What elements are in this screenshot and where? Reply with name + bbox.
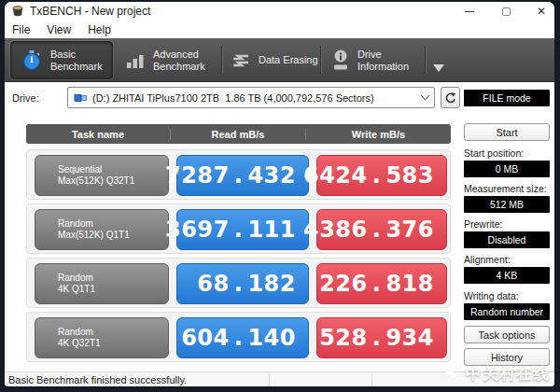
prewrite-label: Prewrite: <box>464 218 502 230</box>
alignment-label: Alignment: <box>464 254 511 265</box>
tab-label: AdvancedBenchmark <box>153 49 205 73</box>
read-result-value: 604.140 <box>176 317 309 358</box>
disk-drive-icon <box>74 92 88 104</box>
chevron-down-icon <box>421 91 430 101</box>
task-button-random-4k-q1t1[interactable]: Random 4K Q1T1 <box>35 263 169 304</box>
drive-info-icon <box>331 49 350 72</box>
tab-label: BasicBenchmark <box>50 49 103 73</box>
read-result-value: 3697.111 <box>176 209 309 250</box>
toolbar-divider <box>320 46 321 74</box>
column-header-read[interactable]: Read mB/s <box>170 129 306 140</box>
tab-label: DriveInformation <box>357 49 409 73</box>
status-divider <box>371 373 372 386</box>
status-bar: Basic Benchmark finished successfully. <box>5 371 554 386</box>
tab-basic-benchmark[interactable]: BasicBenchmark <box>10 41 113 79</box>
table-row: Random 4K Q32T1 604.140 528.934 <box>26 312 451 362</box>
table-row: Random 4K Q1T1 68.182 226.818 <box>26 258 451 308</box>
start-position-value[interactable]: 0 MB <box>464 161 550 177</box>
task-button-random-4k-q32t1[interactable]: Random 4K Q32T1 <box>35 317 169 358</box>
tab-label: Data Erasing <box>259 54 318 66</box>
table-row: Sequential Max(512K) Q32T1 7287.432 6424… <box>26 149 451 200</box>
toolbar-divider <box>425 46 426 74</box>
tab-advanced-benchmark[interactable]: AdvancedBenchmark <box>118 41 218 79</box>
status-divider <box>269 373 270 386</box>
write-result-value: 4386.376 <box>316 209 447 250</box>
app-window: TxBENCH - New project ✕ File View Help B… <box>5 2 554 386</box>
history-button[interactable]: History <box>464 348 550 366</box>
bar-chart-icon <box>125 51 146 70</box>
task-options-button[interactable]: Task options <box>464 326 550 343</box>
writing-data-label: Writing data: <box>464 290 519 301</box>
measurement-size-label: Measurement size: <box>464 183 547 194</box>
window-title: TxBENCH - New project <box>30 5 150 18</box>
writing-data-value[interactable]: Random number <box>464 303 550 320</box>
refresh-drive-button[interactable] <box>441 87 460 108</box>
app-icon <box>11 5 24 18</box>
alignment-value[interactable]: 4 KB <box>464 267 550 284</box>
column-header-task[interactable]: Task name <box>26 129 170 140</box>
chevron-down-icon[interactable] <box>433 64 444 72</box>
measurement-size-value[interactable]: 512 MB <box>464 196 550 213</box>
tab-drive-information[interactable]: DriveInformation <box>324 41 423 79</box>
start-button[interactable]: Start <box>464 123 550 141</box>
drive-label: Drive: <box>12 92 39 104</box>
menu-file[interactable]: File <box>5 21 38 38</box>
file-mode-button[interactable]: FILE mode <box>464 90 550 106</box>
drive-select[interactable]: (D:) ZHITAI TiPlus7100 2TB 1.86 TB (4,00… <box>67 87 435 108</box>
sidebar: FILE mode Start Start position: 0 MB Mea… <box>464 2 550 386</box>
task-button-random-max[interactable]: Random Max(512K) Q1T1 <box>35 209 169 250</box>
tab-data-erasing[interactable]: Data Erasing <box>225 41 318 79</box>
prewrite-value[interactable]: Disabled <box>464 231 550 248</box>
task-button-sequential-max[interactable]: Sequential Max(512K) Q32T1 <box>35 155 169 196</box>
write-result-value: 6424.583 <box>316 155 447 196</box>
table-header: Task name Read mB/s Write mB/s <box>26 124 451 144</box>
table-row: Random Max(512K) Q1T1 3697.111 4386.376 <box>26 203 451 254</box>
drive-value: (D:) ZHITAI TiPlus7100 2TB 1.86 TB (4,00… <box>92 92 422 104</box>
write-result-value: 226.818 <box>316 263 447 304</box>
write-result-value: 528.934 <box>316 317 447 358</box>
read-result-value: 7287.432 <box>176 155 309 196</box>
read-result-value: 68.182 <box>176 263 309 304</box>
start-position-label: Start position: <box>464 147 524 159</box>
refresh-icon <box>444 91 457 105</box>
menu-help[interactable]: Help <box>79 21 119 38</box>
stopwatch-icon <box>21 49 42 72</box>
column-header-write[interactable]: Write mB/s <box>306 129 451 140</box>
eraser-icon <box>231 53 251 68</box>
status-message: Basic Benchmark finished successfully. <box>8 374 187 385</box>
menu-view[interactable]: View <box>38 21 79 38</box>
toolbar-divider <box>221 46 222 74</box>
